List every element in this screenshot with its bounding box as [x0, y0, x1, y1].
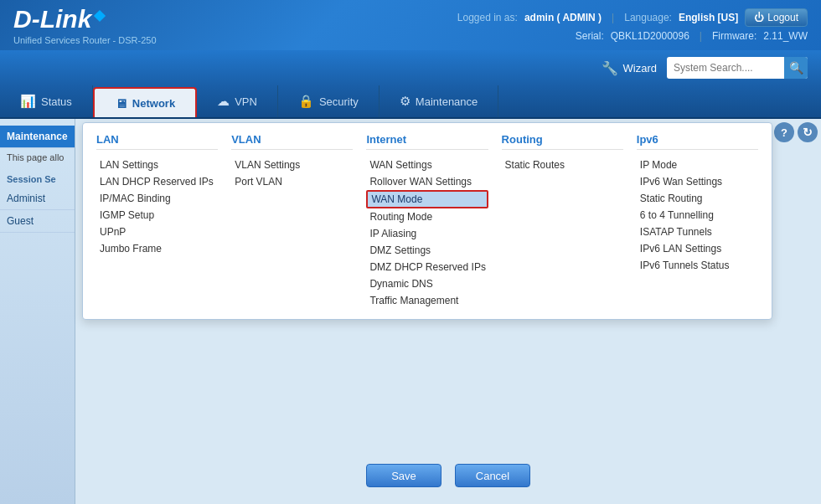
menu-item-routing-mode[interactable]: Routing Mode — [366, 208, 488, 225]
menu-item-6to4-tunnelling[interactable]: 6 to 4 Tunnelling — [637, 207, 758, 224]
help-refresh-button[interactable]: ↻ — [798, 122, 818, 142]
sidebar: Maintenance This page allo Session Se Ad… — [0, 119, 75, 504]
toolbar-right: 🔧 Wizard 🔍 — [602, 57, 808, 79]
language-value: English [US] — [679, 12, 738, 23]
search-input[interactable] — [667, 62, 784, 74]
refresh-icon: ↻ — [803, 126, 813, 139]
sidebar-item-admin[interactable]: Administ — [0, 188, 75, 210]
serial-value: QBKL1D2000096 — [611, 30, 689, 42]
internet-column-title: Internet — [366, 133, 488, 150]
menu-item-ip-mode[interactable]: IP Mode — [637, 157, 758, 173]
vpn-tab-icon: ☁ — [217, 94, 230, 109]
logged-in-user: admin ( ADMIN ) — [524, 12, 602, 23]
tab-network-label: Network — [132, 97, 175, 110]
logout-label: Logout — [767, 12, 798, 23]
menu-item-ipv6-wan-settings[interactable]: IPv6 Wan Settings — [637, 173, 758, 190]
wizard-button[interactable]: 🔧 Wizard — [602, 60, 657, 76]
cancel-button[interactable]: Cancel — [455, 464, 530, 487]
tab-vpn-label: VPN — [235, 95, 257, 108]
menu-column-vlan: VLAN VLAN Settings Port VLAN — [231, 133, 353, 309]
menu-item-static-routes[interactable]: Static Routes — [502, 157, 623, 173]
wand-icon: 🔧 — [602, 60, 618, 76]
tab-security[interactable]: 🔒 Security — [278, 85, 380, 117]
main-layout: Maintenance This page allo Session Se Ad… — [0, 119, 821, 504]
firmware-value: 2.11_WW — [763, 30, 808, 42]
sidebar-item-maintenance[interactable]: Maintenance — [0, 126, 75, 148]
logo-diamond — [94, 10, 106, 22]
tab-maintenance-label: Maintenance — [416, 95, 478, 108]
menu-item-wan-settings[interactable]: WAN Settings — [366, 157, 488, 173]
menu-column-lan: LAN LAN Settings LAN DHCP Reserved IPs I… — [96, 133, 218, 309]
logo-subtitle: Unified Services Router - DSR-250 — [13, 35, 157, 45]
sidebar-item-guest[interactable]: Guest — [0, 210, 75, 233]
logout-icon: ⏻ — [754, 12, 764, 23]
menu-item-dynamic-dns[interactable]: Dynamic DNS — [366, 275, 488, 292]
logo: D-Link Unified Services Router - DSR-250 — [13, 5, 157, 45]
menu-item-vlan-settings[interactable]: VLAN Settings — [231, 157, 353, 173]
menu-item-jumbo-frame[interactable]: Jumbo Frame — [96, 240, 218, 257]
logout-button[interactable]: ⏻ Logout — [745, 8, 808, 27]
ipv6-column-title: Ipv6 — [637, 133, 758, 150]
menu-item-lan-settings[interactable]: LAN Settings — [96, 157, 218, 173]
search-button[interactable]: 🔍 — [784, 57, 808, 79]
security-tab-icon: 🔒 — [298, 94, 314, 109]
header: D-Link Unified Services Router - DSR-250… — [0, 0, 821, 50]
logged-in-label: Logged in as: — [457, 12, 518, 23]
header-top-row: Logged in as: admin ( ADMIN ) | Language… — [457, 8, 808, 27]
firmware-label: Firmware: — [712, 30, 756, 42]
tab-vpn[interactable]: ☁ VPN — [197, 85, 278, 117]
logo-brand: D-Link — [13, 5, 157, 33]
tab-maintenance[interactable]: ⚙ Maintenance — [380, 85, 498, 117]
serial-label: Serial: — [576, 30, 604, 42]
network-tab-icon: 🖥 — [115, 96, 127, 111]
tab-status[interactable]: 📊 Status — [0, 85, 93, 117]
help-question-button[interactable]: ? — [774, 122, 794, 142]
wizard-label: Wizard — [623, 62, 657, 75]
menu-item-ip-aliasing[interactable]: IP Aliasing — [366, 225, 488, 242]
nav-tabs: 📊 Status 🖥 Network ☁ VPN 🔒 Security ⚙ Ma… — [0, 85, 821, 119]
save-button[interactable]: Save — [366, 464, 441, 487]
sidebar-description: This page allo — [0, 148, 75, 167]
help-icons: ? ↻ — [774, 122, 818, 142]
header-bottom-row: Serial: QBKL1D2000096 | Firmware: 2.11_W… — [576, 30, 808, 42]
lan-column-title: LAN — [96, 133, 218, 150]
tab-security-label: Security — [319, 95, 359, 108]
menu-item-dmz-settings[interactable]: DMZ Settings — [366, 242, 488, 259]
search-box: 🔍 — [667, 57, 808, 79]
toolbar: 🔧 Wizard 🔍 — [0, 50, 821, 85]
search-icon: 🔍 — [789, 61, 803, 75]
tab-network[interactable]: 🖥 Network — [93, 87, 197, 117]
header-info: Logged in as: admin ( ADMIN ) | Language… — [457, 8, 808, 42]
sidebar-session-title: Session Se — [0, 167, 75, 188]
question-icon: ? — [781, 126, 787, 139]
menu-item-lan-dhcp-reserved[interactable]: LAN DHCP Reserved IPs — [96, 173, 218, 190]
menu-item-rollover-wan[interactable]: Rollover WAN Settings — [366, 173, 488, 190]
menu-column-internet: Internet WAN Settings Rollover WAN Setti… — [366, 133, 488, 309]
menu-item-ip-mac-binding[interactable]: IP/MAC Binding — [96, 190, 218, 207]
maintenance-tab-icon: ⚙ — [400, 94, 410, 109]
content-area: LAN LAN Settings LAN DHCP Reserved IPs I… — [75, 119, 821, 504]
menu-column-ipv6: Ipv6 IP Mode IPv6 Wan Settings Static Ro… — [637, 133, 758, 309]
language-label: Language: — [624, 12, 672, 23]
menu-item-ipv6-tunnels-status[interactable]: IPv6 Tunnels Status — [637, 257, 758, 274]
tab-status-label: Status — [41, 95, 72, 108]
menu-item-igmp-setup[interactable]: IGMP Setup — [96, 207, 218, 224]
menu-item-isatap-tunnels[interactable]: ISATAP Tunnels — [637, 224, 758, 240]
menu-item-traffic-management[interactable]: Traffic Management — [366, 292, 488, 309]
status-tab-icon: 📊 — [20, 94, 36, 109]
menu-item-wan-mode[interactable]: WAN Mode — [366, 190, 488, 208]
menu-item-upnp[interactable]: UPnP — [96, 224, 218, 240]
menu-item-ipv6-lan-settings[interactable]: IPv6 LAN Settings — [637, 240, 758, 257]
menu-item-dmz-dhcp-reserved[interactable]: DMZ DHCP Reserved IPs — [366, 259, 488, 275]
routing-column-title: Routing — [502, 133, 623, 150]
menu-column-routing: Routing Static Routes — [502, 133, 623, 309]
network-dropdown-menu: LAN LAN Settings LAN DHCP Reserved IPs I… — [82, 122, 772, 320]
menu-item-static-routing[interactable]: Static Routing — [637, 190, 758, 207]
menu-item-port-vlan[interactable]: Port VLAN — [231, 173, 353, 190]
action-bar: Save Cancel — [75, 464, 821, 487]
vlan-column-title: VLAN — [231, 133, 353, 150]
